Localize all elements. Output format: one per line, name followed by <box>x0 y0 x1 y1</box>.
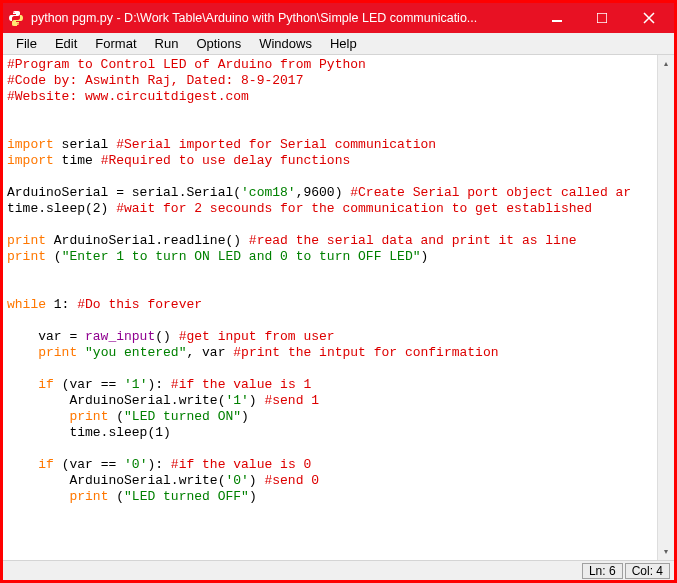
titlebar[interactable]: python pgm.py - D:\Work Table\Arduino wi… <box>3 3 674 33</box>
code-text: 1: <box>46 297 77 312</box>
menu-windows[interactable]: Windows <box>250 34 321 53</box>
code-text: '0' <box>124 457 147 472</box>
statusbar: Ln: 6 Col: 4 <box>3 560 674 580</box>
code-text: #Program to Control LED of Arduino from … <box>7 57 366 72</box>
menu-file[interactable]: File <box>7 34 46 53</box>
code-text: import <box>7 153 54 168</box>
code-text: ( <box>108 489 124 504</box>
code-text: ) <box>249 489 257 504</box>
code-text: ( <box>46 249 62 264</box>
status-line: Ln: 6 <box>582 563 623 579</box>
status-column: Col: 4 <box>625 563 670 579</box>
maximize-button[interactable] <box>579 3 624 33</box>
menu-options[interactable]: Options <box>187 34 250 53</box>
code-text: import <box>7 137 54 152</box>
code-text: #Website: www.circuitdigest.com <box>7 89 249 104</box>
code-text: print <box>38 345 77 360</box>
code-text: ArduinoSerial.write( <box>7 393 225 408</box>
code-text: var = <box>7 329 85 344</box>
menubar: File Edit Format Run Options Windows Hel… <box>3 33 674 55</box>
minimize-button[interactable] <box>534 3 579 33</box>
code-text <box>7 345 38 360</box>
code-text: ,9600) <box>296 185 351 200</box>
idle-window: python pgm.py - D:\Work Table\Arduino wi… <box>0 0 677 583</box>
code-text: time.sleep(1) <box>7 425 171 440</box>
menu-edit[interactable]: Edit <box>46 34 86 53</box>
code-text: (var == <box>54 377 124 392</box>
code-text: #send 0 <box>264 473 319 488</box>
code-text: print <box>7 233 46 248</box>
code-text: #send 1 <box>264 393 319 408</box>
code-text: #print the intput for confirmation <box>233 345 498 360</box>
code-text: #read the serial data and print it as li… <box>249 233 577 248</box>
code-text: #wait for 2 secounds for the communicati… <box>116 201 592 216</box>
code-text: ArduinoSerial = serial.Serial( <box>7 185 241 200</box>
code-text: "you entered" <box>85 345 186 360</box>
code-text: ) <box>249 473 265 488</box>
menu-run[interactable]: Run <box>146 34 188 53</box>
code-text: ) <box>420 249 428 264</box>
vertical-scrollbar[interactable]: ▴ ▾ <box>657 55 674 560</box>
menu-help[interactable]: Help <box>321 34 366 53</box>
code-text: "LED turned OFF" <box>124 489 249 504</box>
window-title: python pgm.py - D:\Work Table\Arduino wi… <box>31 11 534 25</box>
window-controls <box>534 3 674 33</box>
code-text: if <box>38 457 54 472</box>
code-text: ArduinoSerial.write( <box>7 473 225 488</box>
code-text: if <box>38 377 54 392</box>
code-text: while <box>7 297 46 312</box>
code-text: ( <box>108 409 124 424</box>
code-text: #get input from user <box>179 329 335 344</box>
code-editor[interactable]: #Program to Control LED of Arduino from … <box>3 55 657 560</box>
scroll-down-button[interactable]: ▾ <box>658 543 674 560</box>
code-text: print <box>7 249 46 264</box>
python-icon <box>7 9 25 27</box>
code-text: raw_input <box>85 329 155 344</box>
code-text: #Create Serial port object called ar <box>350 185 631 200</box>
scrollbar-track[interactable] <box>658 72 674 543</box>
code-text: ) <box>249 393 265 408</box>
code-text: (var == <box>54 457 124 472</box>
code-text: ) <box>241 409 249 424</box>
code-text: print <box>69 409 108 424</box>
code-text: time <box>54 153 101 168</box>
chevron-up-icon: ▴ <box>664 59 668 68</box>
code-text <box>77 345 85 360</box>
close-icon <box>643 12 655 24</box>
chevron-down-icon: ▾ <box>664 547 668 556</box>
content-area: #Program to Control LED of Arduino from … <box>3 55 674 560</box>
minimize-icon <box>552 13 562 23</box>
code-text: '1' <box>124 377 147 392</box>
code-text: #Required to use delay functions <box>101 153 351 168</box>
svg-rect-0 <box>552 20 562 22</box>
menu-format[interactable]: Format <box>86 34 145 53</box>
code-text: '1' <box>225 393 248 408</box>
code-text: ): <box>147 377 170 392</box>
code-text: '0' <box>225 473 248 488</box>
code-text: () <box>155 329 178 344</box>
code-text <box>7 377 38 392</box>
code-text: #if the value is 1 <box>171 377 311 392</box>
code-text: "Enter 1 to turn ON LED and 0 to turn OF… <box>62 249 421 264</box>
close-button[interactable] <box>624 3 674 33</box>
code-text: ): <box>147 457 170 472</box>
maximize-icon <box>597 13 607 23</box>
code-text: #Code by: Aswinth Raj, Dated: 8-9-2017 <box>7 73 303 88</box>
code-text: 'com18' <box>241 185 296 200</box>
code-text: , var <box>186 345 233 360</box>
code-text: #Do this forever <box>77 297 202 312</box>
code-text <box>7 489 69 504</box>
code-text <box>7 409 69 424</box>
code-text: "LED turned ON" <box>124 409 241 424</box>
code-text: time.sleep(2) <box>7 201 116 216</box>
code-text: print <box>69 489 108 504</box>
code-text: #if the value is 0 <box>171 457 311 472</box>
code-text: serial <box>54 137 116 152</box>
svg-rect-1 <box>597 13 607 23</box>
scroll-up-button[interactable]: ▴ <box>658 55 674 72</box>
code-text <box>7 457 38 472</box>
code-text: #Serial imported for Serial communicatio… <box>116 137 436 152</box>
code-text: ArduinoSerial.readline() <box>46 233 249 248</box>
